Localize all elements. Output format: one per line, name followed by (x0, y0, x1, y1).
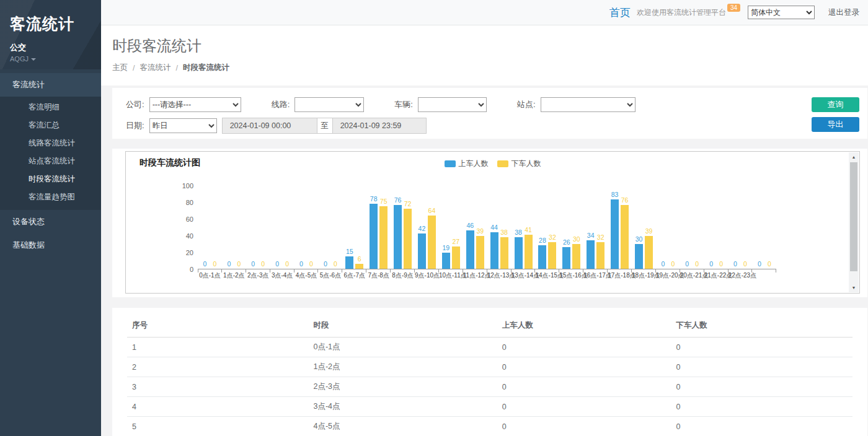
bar-value-label: 78 (370, 196, 378, 203)
x-axis-label: 6点-7点 (342, 272, 366, 279)
scroll-down-arrow[interactable]: ▼ (849, 283, 859, 292)
chart-category: 76728点-9点 (391, 186, 415, 279)
bar-value-label: 0 (719, 261, 723, 268)
bar-rect (490, 232, 498, 269)
bar-value-label: 38 (500, 229, 508, 236)
bar-value-label: 0 (299, 261, 303, 268)
bar-rect (452, 246, 460, 269)
chart-scrollbar[interactable]: ▲ ▼ (849, 152, 859, 292)
chart-category: 463911点-12点 (463, 186, 487, 279)
table-row: 32点-3点00 (127, 377, 852, 397)
bar-rect (515, 237, 523, 269)
bar-rect (428, 216, 436, 269)
table-cell: 0 (497, 338, 671, 357)
bar-pair: 156 (342, 186, 366, 269)
end-datetime-input[interactable]: 2024-01-09 23:59 (333, 118, 427, 134)
x-axis-label: 3点-4点 (270, 272, 294, 279)
col-header-boarding: 上车人数 (497, 314, 671, 338)
breadcrumb-section[interactable]: 客流统计 (140, 63, 170, 73)
col-header-seq: 序号 (127, 314, 309, 338)
brand-title: 客流统计 (10, 14, 91, 34)
export-button[interactable]: 导出 (812, 117, 859, 132)
company-select[interactable]: ---请选择--- (149, 97, 241, 112)
table-cell: 3点-4点 (309, 397, 497, 417)
table-cell: 4 (127, 397, 309, 417)
bar-rect (587, 240, 595, 269)
col-header-alighting: 下车人数 (671, 314, 852, 338)
bar-value-label: 76 (394, 197, 402, 204)
page-content: 公司: ---请选择--- 线路: 车辆: (101, 85, 868, 436)
bar-rect (635, 244, 643, 269)
sidebar-subitem[interactable]: 客流明细 (0, 98, 101, 116)
bar-value-label: 0 (709, 261, 713, 268)
chart-area: 020406080100 000点-1点001点-2点002点-3点003点-4… (126, 186, 776, 279)
scrollbar-thumb[interactable] (850, 162, 857, 271)
notification-badge[interactable]: 34 (727, 4, 740, 12)
bar-boarding: 28 (538, 237, 546, 269)
chart-category: 837617点-18点 (608, 186, 632, 279)
sidebar-subitem[interactable]: 线路客流统计 (0, 134, 101, 152)
bar-alighting: 41 (525, 227, 533, 269)
x-axis-label: 7点-8点 (366, 272, 391, 279)
table-cell: 0 (671, 338, 852, 357)
bar-value-label: 32 (597, 234, 604, 241)
bar-alighting: 6 (355, 256, 363, 269)
sidebar-subitem[interactable]: 站点客流统计 (0, 152, 101, 170)
legend-item-boarding[interactable]: 上车人数 (445, 159, 489, 169)
bar-value-label: 0 (768, 261, 771, 268)
bar-rect (404, 209, 412, 269)
sidebar-subitem[interactable]: 客流汇总 (0, 116, 101, 134)
bar-boarding: 78 (370, 196, 378, 269)
logout-link[interactable]: 退出登录 (828, 7, 859, 18)
chart-category: 1566点-7点 (342, 186, 366, 279)
chart-category: 002点-3点 (246, 186, 270, 279)
bar-boarding: 0 (683, 261, 691, 269)
y-axis: 020406080100 (126, 186, 198, 269)
table-cell: 5 (127, 417, 309, 436)
welcome-text: 欢迎使用客流统计管理平台 (637, 7, 726, 18)
chart-category: 0019点-20点 (656, 186, 680, 279)
station-label: 站点: (517, 99, 536, 110)
sidebar-item-1[interactable]: 客流统计 (0, 73, 101, 97)
bar-pair: 00 (680, 186, 704, 269)
bar-plot: 000点-1点001点-2点002点-3点003点-4点004点-5点005点-… (198, 186, 776, 279)
bar-pair: 4438 (487, 186, 512, 269)
bar-rect (500, 237, 508, 269)
x-axis-label: 4点-5点 (294, 272, 319, 279)
table-row: 54点-5点00 (127, 417, 852, 436)
breadcrumb-home[interactable]: 主页 (112, 63, 128, 73)
bar-boarding: 19 (442, 245, 450, 269)
bar-pair: 4639 (463, 186, 487, 269)
date-preset-select[interactable]: 昨日 (149, 118, 217, 133)
user-dropdown[interactable]: AQGJ (10, 55, 91, 63)
date-label: 日期: (126, 120, 144, 131)
scroll-up-arrow[interactable]: ▲ (849, 152, 859, 162)
x-axis-label: 19点-20点 (656, 272, 680, 279)
bar-value-label: 41 (525, 227, 532, 233)
table-cell: 3 (127, 377, 309, 397)
bar-boarding: 34 (587, 232, 595, 269)
table-body: 10点-1点0021点-2点0032点-3点0043点-4点0054点-5点00… (127, 338, 852, 436)
home-link[interactable]: 首页 (609, 6, 631, 20)
bar-pair: 00 (222, 186, 246, 269)
vehicle-select[interactable] (418, 97, 487, 112)
sidebar-item-3[interactable]: 基础数据 (0, 233, 101, 257)
sidebar-subitem[interactable]: 时段客流统计 (0, 170, 101, 188)
y-axis-tick: 20 (186, 250, 193, 256)
bar-pair: 2832 (535, 186, 559, 269)
language-select[interactable]: 简体中文 (748, 6, 815, 19)
page-heading: 时段客流统计 主页 / 客流统计 / 时段客流统计 (101, 25, 868, 85)
x-axis-label: 5点-6点 (318, 272, 342, 279)
bar-pair: 00 (318, 186, 342, 269)
date-to-label: 至 (317, 118, 333, 134)
line-select[interactable] (294, 97, 364, 112)
sidebar-subitem[interactable]: 客流量趋势图 (0, 188, 101, 206)
hourly-stats-table: 序号 时段 上车人数 下车人数 10点-1点0021点-2点0032点-3点00… (127, 314, 852, 436)
legend-item-alighting[interactable]: 下车人数 (497, 159, 541, 169)
station-select[interactable] (541, 97, 636, 112)
start-datetime-input[interactable]: 2024-01-09 00:00 (222, 118, 317, 134)
company-label: 公司: (126, 99, 144, 110)
sidebar-item-2[interactable]: 设备状态 (0, 210, 101, 233)
query-button[interactable]: 查询 (812, 97, 859, 112)
bar-value-label: 0 (671, 261, 675, 268)
